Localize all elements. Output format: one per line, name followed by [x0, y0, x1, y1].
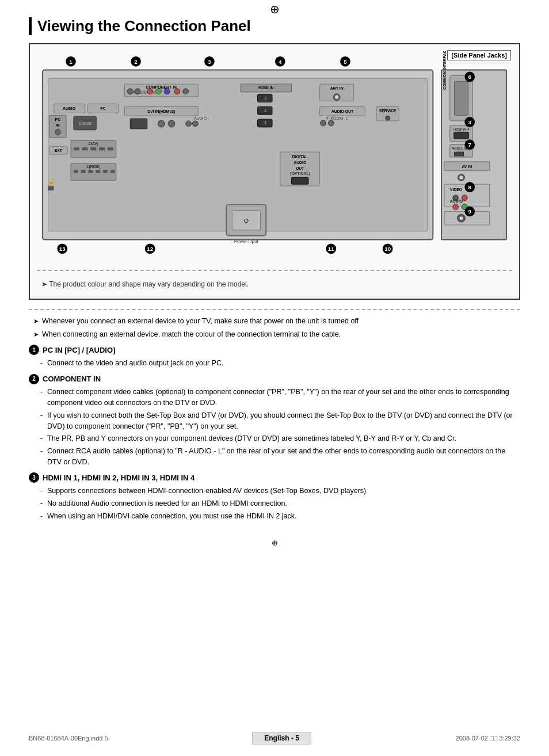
svg-text:🔒: 🔒: [48, 177, 55, 185]
section-2-num: 2: [29, 374, 39, 384]
svg-text:DVI IN(HDMI/2): DVI IN(HDMI/2): [147, 109, 175, 114]
tv-diagram-container: 1 2 3 4 5 COMPONENT IN R -AUDIO- L: [37, 51, 512, 264]
svg-rect-110: [455, 152, 464, 156]
footer-center: English - 5: [252, 732, 311, 744]
tv-diagram-svg: 1 2 3 4 5 COMPONENT IN R -AUDIO- L: [37, 51, 512, 264]
svg-text:7: 7: [468, 142, 472, 148]
crosshair-bottom-icon: ⊕: [29, 539, 520, 547]
svg-point-59: [386, 116, 390, 120]
svg-point-15: [127, 89, 133, 94]
svg-text:1: 1: [264, 121, 266, 125]
svg-text:AV IN: AV IN: [462, 165, 472, 169]
svg-text:HDMI IN 4: HDMI IN 4: [453, 128, 470, 131]
section-1-heading: 1 PC IN [PC] / [AUDIO]: [29, 345, 520, 356]
svg-point-18: [156, 89, 162, 94]
svg-rect-73: [88, 170, 93, 173]
svg-rect-34: [130, 119, 147, 129]
diagram-separator: [37, 270, 512, 271]
svg-text:PC: PC: [55, 117, 61, 121]
svg-rect-72: [81, 170, 86, 173]
svg-rect-95: [48, 186, 54, 190]
svg-text:13: 13: [59, 246, 66, 252]
svg-point-16: [135, 89, 140, 94]
svg-text:IN: IN: [56, 123, 60, 127]
section-2: 2 COMPONENT IN Connect component video c…: [29, 373, 520, 468]
diagram-box: [Side Panel Jacks] 1 2 3 4: [29, 43, 520, 300]
warnings-section: Whenever you connect an external device …: [29, 316, 520, 340]
svg-point-19: [164, 89, 170, 94]
svg-rect-68: [108, 147, 113, 150]
svg-text:4: 4: [279, 59, 282, 65]
svg-point-55: [321, 120, 326, 126]
section-3-bullet-1: Supports connections between HDMI-connec…: [40, 486, 520, 497]
svg-rect-75: [103, 170, 108, 173]
section-3-bullet-2: No additional Audio connection is needed…: [40, 498, 520, 509]
page-container: ⊕ Viewing the Connection Panel [Side Pan…: [0, 0, 549, 756]
svg-text:R -AUDIO- L: R -AUDIO- L: [326, 116, 348, 120]
section-3-bullet-3: When using an HDMI/DVI cable connection,…: [40, 511, 520, 522]
svg-point-35: [158, 120, 165, 127]
svg-text:12: 12: [147, 246, 153, 252]
svg-text:Power Input: Power Input: [234, 239, 259, 244]
footer-right: 2008-07-02 □□ 3:29:32: [456, 735, 520, 742]
section-2-bullet-1: Connect component video cables (optional…: [40, 387, 520, 408]
svg-text:2(AV): 2(AV): [89, 142, 98, 146]
note-arrow-icon: ➤: [41, 280, 47, 288]
section-2-bullet-3: The PR, PB and Y connectors on your comp…: [40, 433, 520, 444]
svg-rect-82: [292, 177, 309, 184]
svg-text:PC: PC: [100, 106, 106, 110]
warning-item-2: When connecting an external device, matc…: [29, 329, 520, 340]
section-1-bullets: Connect to the video and audio output ja…: [29, 358, 520, 369]
footer-left: BN68-01684A-00Eng.indd 5: [29, 735, 108, 742]
crosshair-top-icon: ⊕: [270, 2, 280, 16]
svg-point-36: [168, 120, 175, 127]
section-1-num: 1: [29, 345, 39, 355]
svg-rect-64: [74, 147, 79, 150]
svg-text:HDMI IN: HDMI IN: [258, 86, 273, 90]
svg-text:AUDIO: AUDIO: [293, 161, 307, 165]
svg-text:10: 10: [384, 246, 391, 252]
svg-text:8: 8: [468, 184, 472, 190]
section-3-bullets: Supports connections between HDMI-connec…: [29, 486, 520, 521]
diagram-note: ➤ The product colour and shape may vary …: [37, 277, 512, 292]
svg-rect-71: [74, 170, 78, 173]
svg-point-38: [186, 121, 192, 127]
section-3-heading: 3 HDMI IN 1, HDMI IN 2, HDMI IN 3, HDMI …: [29, 472, 520, 484]
warning-item-1: Whenever you connect an external device …: [29, 316, 520, 327]
svg-point-116: [460, 175, 463, 179]
section-2-heading: 2 COMPONENT IN: [29, 373, 520, 385]
section-3-num: 3: [29, 472, 39, 483]
svg-text:3: 3: [208, 59, 211, 65]
svg-text:3: 3: [264, 96, 266, 100]
svg-point-21: [183, 89, 189, 94]
svg-text:⏻: ⏻: [243, 217, 249, 223]
svg-text:COMMON INTERFACE: COMMON INTERFACE: [443, 51, 447, 90]
svg-text:DIGITAL: DIGITAL: [292, 155, 308, 159]
svg-text:(OPTICAL): (OPTICAL): [290, 171, 310, 176]
svg-text:AUDIO OUT: AUDIO OUT: [331, 109, 354, 113]
section-1: 1 PC IN [PC] / [AUDIO] Connect to the vi…: [29, 345, 520, 369]
svg-text:1(RGB): 1(RGB): [87, 165, 100, 169]
svg-text:9: 9: [468, 208, 472, 215]
section-3: 3 HDMI IN 1, HDMI IN 2, HDMI IN 3, HDMI …: [29, 472, 520, 522]
svg-point-56: [328, 120, 334, 126]
svg-text:AUDIO: AUDIO: [450, 199, 463, 203]
svg-text:VIDEO: VIDEO: [450, 188, 463, 192]
section-2-bullets: Connect component video cables (optional…: [29, 387, 520, 467]
svg-rect-66: [90, 147, 96, 150]
svg-text:ANT IN: ANT IN: [330, 86, 344, 90]
svg-text:2: 2: [264, 108, 266, 112]
svg-rect-100: [455, 81, 468, 115]
svg-text:6: 6: [468, 74, 472, 80]
svg-point-29: [55, 129, 60, 135]
svg-text:AUDIO: AUDIO: [63, 106, 76, 110]
svg-point-17: [147, 89, 153, 94]
section-2-bullet-4: Connect RCA audio cables (optional) to "…: [40, 446, 520, 468]
section-2-bullet-2: If you wish to connect both the Set-Top …: [40, 410, 520, 432]
section-separator: [29, 309, 520, 310]
svg-point-122: [453, 204, 459, 210]
side-panel-label: [Side Panel Jacks]: [447, 50, 511, 60]
svg-text:1: 1: [69, 59, 73, 65]
svg-text:OUT: OUT: [296, 166, 304, 170]
page-footer: BN68-01684A-00Eng.indd 5 English - 5 200…: [0, 732, 549, 744]
